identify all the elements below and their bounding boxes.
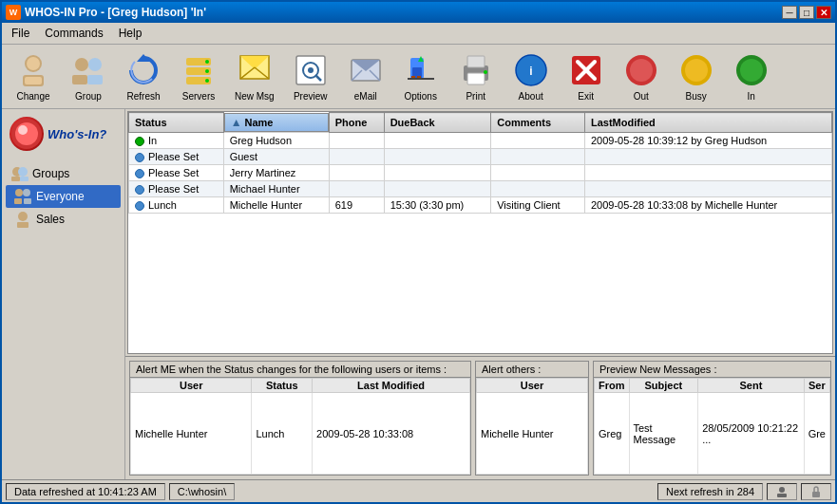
out-button[interactable]: Out (618, 48, 665, 104)
data-table-container[interactable]: Status ▲ Name Phone DueBack Comments Las… (127, 111, 833, 354)
change-button[interactable]: Change (10, 48, 57, 104)
preview-table: From Subject Sent Ser Greg Test Message … (594, 378, 830, 475)
col-dueback[interactable]: DueBack (384, 113, 491, 133)
cell-name: Guest (223, 148, 329, 164)
col-name[interactable]: ▲ Name (224, 113, 329, 132)
cell-phone (329, 148, 384, 164)
status-dot (135, 153, 144, 162)
preview-ser: Gre (804, 393, 829, 475)
cell-dueback (384, 148, 491, 164)
cell-status: Please Set (129, 164, 224, 180)
alert-me-col-lastmod: Last Modified (313, 379, 470, 393)
svg-point-5 (88, 58, 102, 71)
busy-button[interactable]: Busy (673, 48, 720, 104)
options-button[interactable]: Options (397, 48, 445, 104)
about-button[interactable]: i About (507, 48, 555, 104)
table-row[interactable]: Lunch Michelle Hunter 619 15:30 (3:30 pm… (129, 196, 832, 213)
preview-title: Preview New Messages : (594, 362, 830, 378)
cell-phone (329, 164, 384, 180)
svg-point-2 (27, 57, 40, 70)
app-icon: W (6, 5, 21, 20)
print-icon (457, 51, 495, 89)
table-row[interactable]: Please Set Michael Hunter (129, 180, 832, 196)
preview-col-sent: Sent (698, 379, 805, 393)
preview-panel: Preview New Messages : From Subject Sent… (593, 361, 831, 476)
exit-label: Exit (578, 91, 594, 102)
alert-me-status: Lunch (252, 393, 313, 475)
title-bar: W WHOS-IN Pro - [Greg Hudson] 'In' ─ □ ✕ (2, 2, 835, 23)
svg-rect-61 (777, 494, 787, 497)
email-button[interactable]: eMail (342, 48, 390, 104)
alert-others-col-user: User (477, 379, 588, 393)
status-dot (135, 185, 144, 195)
groups-label[interactable]: Groups (6, 162, 121, 185)
menu-help[interactable]: Help (113, 25, 148, 42)
svg-rect-52 (11, 177, 20, 181)
table-row[interactable]: Please Set Jerry Martinez (129, 164, 832, 180)
cell-phone: 619 (329, 196, 384, 213)
main-table: Status ▲ Name Phone DueBack Comments Las… (128, 112, 832, 214)
cell-status: Please Set (129, 148, 224, 164)
close-button[interactable]: ✕ (816, 6, 831, 19)
print-button[interactable]: Print (452, 48, 500, 104)
toolbar: Change Group Refresh Servers (2, 45, 835, 109)
email-icon (347, 51, 385, 89)
col-phone[interactable]: Phone (329, 113, 384, 133)
newmsg-button[interactable]: New Msg (230, 48, 279, 104)
cell-phone (329, 132, 384, 148)
group-button[interactable]: Group (65, 48, 112, 104)
groups-icon (10, 164, 29, 183)
everyone-icon (13, 187, 32, 206)
alert-others-row: Michelle Hunter (477, 393, 588, 475)
svg-rect-56 (14, 198, 22, 204)
user-icon-status (767, 483, 797, 500)
svg-rect-53 (20, 177, 29, 181)
preview-row: Greg Test Message 28/05/2009 10:21:22 ..… (595, 393, 830, 475)
svg-rect-7 (87, 75, 103, 84)
groups-text: Groups (32, 167, 69, 180)
minimize-button[interactable]: ─ (782, 6, 797, 19)
cell-dueback (384, 164, 491, 180)
preview-subject: Test Message (629, 393, 698, 475)
svg-point-35 (484, 70, 487, 74)
refresh-button[interactable]: Refresh (120, 48, 167, 104)
col-comments[interactable]: Comments (491, 113, 585, 133)
cell-lastmodified (584, 164, 831, 180)
sidebar-item-sales[interactable]: Sales (6, 208, 121, 231)
svg-rect-33 (467, 56, 485, 67)
svg-point-4 (75, 58, 88, 71)
svg-point-14 (205, 79, 209, 83)
group-icon (69, 51, 107, 89)
svg-text:i: i (529, 65, 532, 78)
content-area: Who's-In? Groups Everyone Sales (2, 109, 835, 479)
col-status[interactable]: Status (129, 113, 224, 133)
cell-name: Greg Hudson (223, 132, 329, 148)
sidebar-item-everyone[interactable]: Everyone (6, 185, 121, 208)
servers-button[interactable]: Servers (175, 48, 222, 104)
table-row[interactable]: Please Set Guest (129, 148, 832, 164)
newmsg-icon (236, 51, 274, 89)
exit-button[interactable]: Exit (562, 48, 610, 104)
table-row[interactable]: In Greg Hudson 2009-05-28 10:39:12 by Gr… (129, 132, 832, 148)
bottom-panels: Alert ME when the Status changes for the… (125, 356, 835, 479)
menu-commands[interactable]: Commands (39, 25, 108, 42)
alert-me-col-status: Status (252, 379, 313, 393)
svg-rect-62 (812, 492, 820, 497)
cell-comments: Visiting Client (491, 196, 585, 213)
preview-icon (292, 51, 330, 89)
svg-point-44 (685, 59, 708, 82)
menu-file[interactable]: File (6, 25, 35, 42)
change-icon (14, 51, 52, 89)
cell-lastmodified: 2009-05-28 10:39:12 by Greg Hudson (584, 132, 831, 148)
busy-label: Busy (686, 91, 707, 102)
cell-dueback (384, 180, 491, 196)
sales-label: Sales (36, 213, 65, 226)
logo-icon (10, 117, 44, 151)
next-refresh-status: Next refresh in 284 (657, 483, 763, 500)
preview-button[interactable]: Preview (287, 48, 334, 104)
maximize-button[interactable]: □ (799, 6, 814, 19)
col-lastmodified[interactable]: LastModified (584, 113, 831, 133)
svg-point-46 (740, 59, 763, 82)
app-logo: Who's-In? (6, 113, 121, 155)
in-button[interactable]: In (728, 48, 775, 104)
